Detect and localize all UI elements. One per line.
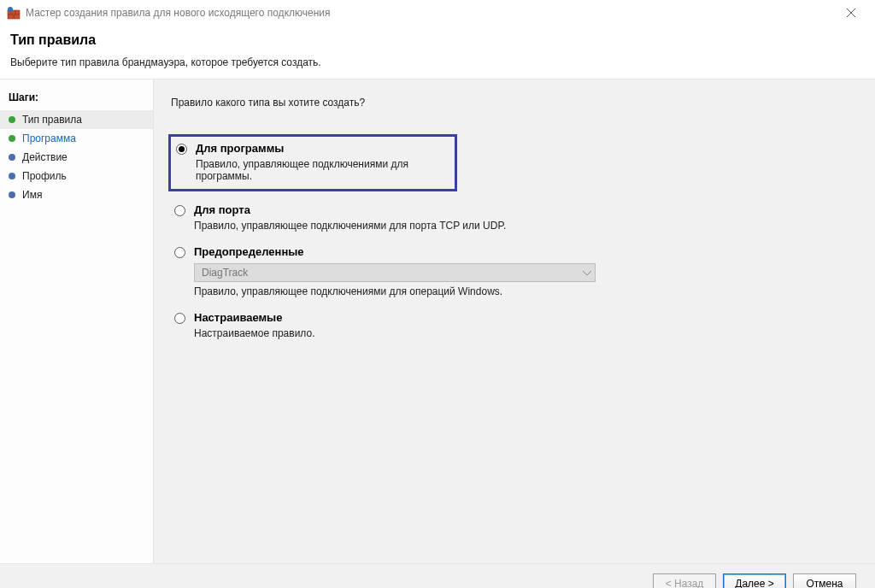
titlebar: Мастер создания правила для нового исход… [0,0,875,26]
step-rule-type[interactable]: Тип правила [0,110,153,129]
option-custom[interactable]: Настраиваемые Настраиваемое правило. [171,311,851,339]
option-label: Для порта [194,203,250,216]
bullet-icon [9,154,15,161]
option-desc: Правило, управляющее подключениями для п… [194,220,851,232]
step-label: Имя [22,189,42,201]
predefined-select[interactable]: DiagTrack [194,263,596,282]
option-label: Настраиваемые [194,311,282,324]
radio-predefined[interactable] [174,247,185,258]
page-title: Тип правила [10,32,865,48]
steps-heading: Шаги: [0,88,153,110]
step-action[interactable]: Действие [0,148,153,167]
step-profile[interactable]: Профиль [0,167,153,185]
wizard-header: Тип правила Выберите тип правила брандма… [0,26,875,79]
step-label: Действие [22,151,68,163]
option-predefined[interactable]: Предопределенные DiagTrack Правило, упра… [171,245,851,297]
chevron-down-icon [583,267,591,279]
cancel-button[interactable]: Отмена [793,573,856,588]
radio-program[interactable] [176,144,187,155]
radio-custom[interactable] [174,313,185,324]
option-program[interactable]: Для программы Правило, управляющее подкл… [168,134,457,191]
option-desc: Правило, управляющее подключениями для о… [194,285,851,297]
step-program[interactable]: Программа [0,129,153,148]
step-label: Программа [22,132,76,144]
select-value: DiagTrack [202,267,248,279]
wizard-footer: < Назад Далее > Отмена [0,563,875,588]
content-prompt: Правило какого типа вы хотите создать? [171,97,851,109]
step-label: Профиль [22,170,67,182]
option-desc: Правило, управляющее подключениями для п… [196,158,449,182]
option-label: Предопределенные [194,245,304,258]
svg-point-6 [8,7,13,12]
wizard-content: Правило какого типа вы хотите создать? Д… [154,79,875,563]
firewall-icon [7,6,21,20]
next-button[interactable]: Далее > [723,573,786,588]
bullet-icon [9,135,15,142]
radio-port[interactable] [174,205,185,216]
window-title: Мастер создания правила для нового исход… [26,7,834,19]
steps-sidebar: Шаги: Тип правила Программа Действие Про… [0,79,154,563]
step-name[interactable]: Имя [0,185,153,204]
wizard-body: Шаги: Тип правила Программа Действие Про… [0,79,875,563]
option-desc: Настраиваемое правило. [194,327,851,339]
bullet-icon [9,191,15,198]
option-label: Для программы [196,142,284,155]
page-subtitle: Выберите тип правила брандмауэра, которо… [10,56,865,68]
step-label: Тип правила [22,114,82,126]
bullet-icon [9,116,15,123]
back-button: < Назад [653,573,716,588]
close-button[interactable] [834,1,868,25]
bullet-icon [9,173,15,179]
option-port[interactable]: Для порта Правило, управляющее подключен… [171,203,851,232]
